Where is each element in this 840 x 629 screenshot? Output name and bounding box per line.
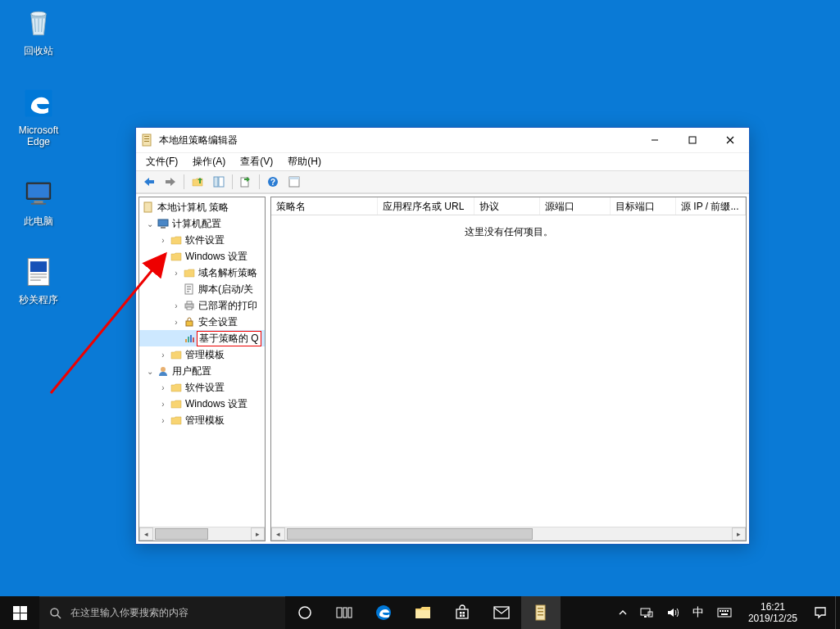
- svg-rect-23: [144, 202, 152, 212]
- folder-icon: [169, 381, 184, 394]
- expand-toggle[interactable]: ›: [157, 351, 169, 360]
- tray-volume[interactable]: [663, 596, 683, 629]
- expand-toggle[interactable]: ⌄: [144, 367, 156, 376]
- menu-help[interactable]: 帮助(H): [281, 153, 328, 170]
- script-icon: [182, 283, 197, 296]
- tree-root[interactable]: 本地计算机 策略: [139, 199, 265, 215]
- toolbar-up-button[interactable]: [188, 173, 207, 191]
- tray-keyboard[interactable]: [714, 596, 735, 629]
- folder-icon: [415, 605, 431, 620]
- volume-icon: [666, 607, 679, 618]
- taskbar-search[interactable]: 在这里输入你要搜索的内容: [39, 596, 285, 629]
- taskbar-mail[interactable]: [482, 596, 521, 629]
- col-protocol[interactable]: 协议: [474, 197, 540, 215]
- taskbar-taskview[interactable]: [325, 596, 364, 629]
- tray-network[interactable]: [637, 596, 656, 629]
- toolbar-export-button[interactable]: [236, 173, 256, 191]
- taskbar-gpedit[interactable]: [521, 596, 561, 629]
- expand-toggle[interactable]: ›: [157, 236, 169, 245]
- taskbar: 在这里输入你要搜索的内容 中 16:21 2019/12/25: [0, 596, 840, 629]
- tree-admin-templates[interactable]: › 管理模板: [139, 346, 265, 363]
- scroll-left-button[interactable]: ◂: [271, 527, 285, 541]
- col-src-port[interactable]: 源端口: [540, 197, 611, 215]
- expand-toggle[interactable]: ›: [157, 400, 169, 409]
- expand-toggle[interactable]: ›: [170, 269, 182, 278]
- tree-user-software-settings[interactable]: › 软件设置: [139, 379, 265, 396]
- tray-action-center[interactable]: [810, 596, 830, 629]
- toolbar-help-button[interactable]: ?: [263, 173, 283, 191]
- tree-dns-policy[interactable]: › 域名解析策略: [139, 265, 265, 281]
- tree-deployed-printers[interactable]: › 已部署的打印: [139, 297, 265, 314]
- search-placeholder: 在这里输入你要搜索的内容: [70, 606, 188, 620]
- network-icon: [640, 607, 653, 618]
- desktop-icon-edge[interactable]: Microsoft Edge: [8, 85, 69, 147]
- svg-rect-7: [30, 261, 47, 272]
- toolbar-forward-button[interactable]: [161, 173, 180, 191]
- menu-file[interactable]: 文件(F): [139, 153, 184, 170]
- tree-scripts[interactable]: 脚本(启动/关: [139, 281, 265, 297]
- scroll-right-button[interactable]: ▸: [251, 527, 265, 541]
- close-button[interactable]: [711, 128, 749, 152]
- expand-toggle[interactable]: ⌄: [157, 252, 169, 261]
- scroll-left-button[interactable]: ◂: [139, 527, 153, 541]
- tree-h-scrollbar[interactable]: ◂ ▸: [139, 527, 265, 541]
- svg-rect-51: [460, 615, 462, 618]
- svg-rect-65: [727, 610, 729, 612]
- col-app-or-url[interactable]: 应用程序名或 URL: [378, 197, 474, 215]
- expand-toggle[interactable]: ›: [170, 318, 182, 327]
- start-button[interactable]: [0, 596, 39, 629]
- expand-toggle[interactable]: ›: [157, 416, 169, 425]
- titlebar[interactable]: 本地组策略编辑器: [136, 128, 749, 152]
- taskbar-cortana[interactable]: [285, 596, 325, 629]
- desktop-icon-recycle-bin[interactable]: 回收站: [8, 5, 69, 58]
- expand-toggle[interactable]: ›: [170, 301, 182, 310]
- col-dst-port[interactable]: 目标端口: [611, 197, 676, 215]
- menu-action[interactable]: 操作(A): [186, 153, 232, 170]
- svg-rect-31: [185, 339, 187, 342]
- col-policy-name[interactable]: 策略名: [271, 197, 378, 215]
- expand-toggle[interactable]: ⌄: [144, 219, 156, 229]
- tree-security-settings[interactable]: › 安全设置: [139, 314, 265, 330]
- svg-point-35: [161, 367, 166, 372]
- tray-ime[interactable]: 中: [689, 596, 707, 629]
- toolbar-properties-button[interactable]: [284, 173, 304, 191]
- windows-logo-icon: [13, 606, 27, 620]
- taskview-icon: [336, 606, 352, 619]
- taskbar-explorer[interactable]: [403, 596, 443, 629]
- svg-rect-25: [161, 227, 166, 229]
- tree-user-config[interactable]: ⌄ 用户配置: [139, 363, 265, 379]
- tray-clock[interactable]: 16:21 2019/12/25: [742, 601, 804, 625]
- qos-icon: [182, 332, 197, 345]
- minimize-button[interactable]: [636, 128, 674, 152]
- security-icon: [182, 315, 197, 328]
- tree-policy-based-qos[interactable]: 基于策略的 Q: [139, 330, 265, 346]
- svg-rect-49: [460, 612, 462, 614]
- desktop-icon-shutdown-tool[interactable]: 秒关程序: [8, 254, 69, 307]
- tree-software-settings[interactable]: › 软件设置: [139, 232, 265, 248]
- folder-icon: [169, 233, 184, 247]
- toolbar-show-hide-tree-button[interactable]: [209, 173, 229, 191]
- taskbar-edge[interactable]: [364, 596, 403, 629]
- svg-rect-10: [30, 279, 41, 281]
- taskbar-store[interactable]: [443, 596, 482, 629]
- tray-overflow[interactable]: [615, 596, 630, 629]
- svg-rect-29: [187, 307, 192, 310]
- toolbar-back-button[interactable]: [139, 173, 159, 191]
- desktop-icon-this-pc[interactable]: 此电脑: [8, 175, 69, 229]
- tree-computer-config[interactable]: ⌄ 计算机配置: [139, 215, 265, 232]
- scroll-right-button[interactable]: ▸: [732, 527, 746, 541]
- menu-view[interactable]: 查看(V): [234, 153, 279, 170]
- folder-icon: [182, 266, 197, 279]
- toolbar: ?: [136, 170, 749, 193]
- expand-toggle[interactable]: ›: [157, 383, 169, 392]
- tree-user-admin-templates[interactable]: › 管理模板: [139, 412, 265, 428]
- show-desktop-button[interactable]: [835, 596, 840, 629]
- tree-windows-settings[interactable]: ⌄ Windows 设置: [139, 248, 265, 265]
- list-h-scrollbar[interactable]: ◂ ▸: [271, 527, 746, 541]
- tree-user-windows-settings[interactable]: › Windows 设置: [139, 396, 265, 412]
- maximize-button[interactable]: [674, 128, 711, 152]
- svg-rect-17: [219, 177, 224, 187]
- col-src-ip[interactable]: 源 IP / 前缀...: [676, 197, 746, 215]
- list-body: 这里没有任何项目。: [271, 215, 746, 527]
- chevron-up-icon: [619, 609, 627, 617]
